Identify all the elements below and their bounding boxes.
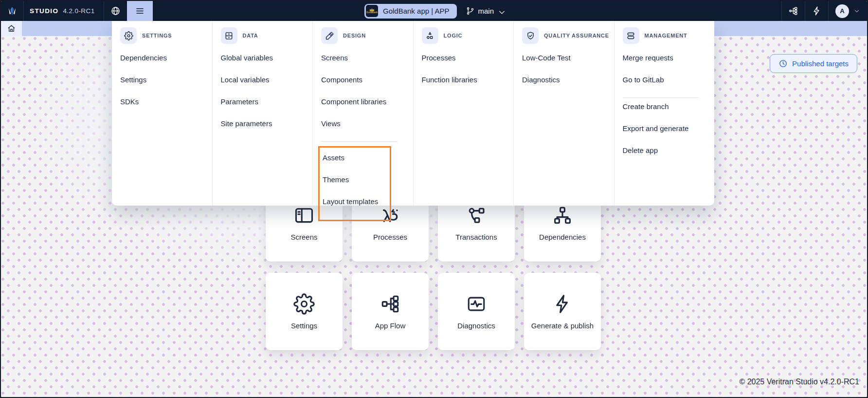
card-settings[interactable]: Settings bbox=[266, 273, 343, 350]
clock-icon bbox=[778, 59, 788, 68]
menu-item-low-code-test[interactable]: Low-Code Test bbox=[522, 54, 607, 62]
app-badge[interactable]: GoldBank GoldBank app | APP bbox=[364, 4, 457, 19]
menu-section-design: DESIGNScreensComponentsComponent librari… bbox=[313, 21, 414, 206]
menu-section-data: DATAGlobal variablesLocal variablesParam… bbox=[213, 21, 313, 206]
published-targets-button[interactable]: Published targets bbox=[770, 54, 857, 73]
menu-section-title: SETTINGS bbox=[142, 33, 172, 38]
menu-item-layout-templates[interactable]: Layout templates bbox=[323, 197, 387, 206]
brand: STUDIO 4.2.0-RC1 bbox=[23, 1, 104, 21]
menu-section-title: QUALITY ASSURANCE bbox=[544, 33, 609, 38]
menu-item-sdks[interactable]: SDKs bbox=[120, 97, 205, 106]
menu-section-settings: SETTINGSDependenciesSettingsSDKs bbox=[112, 21, 213, 206]
logic-shapes-icon bbox=[422, 27, 438, 44]
menu-section-header: LOGIC bbox=[422, 27, 507, 44]
home-icon bbox=[7, 24, 16, 33]
menu-section-title: DESIGN bbox=[343, 33, 366, 38]
language-globe-button[interactable] bbox=[104, 1, 127, 21]
card-label: Dependencies bbox=[539, 233, 586, 241]
menu-item-delete-app[interactable]: Delete app bbox=[623, 146, 708, 155]
generate-publish-button[interactable] bbox=[805, 1, 828, 21]
dependencies-icon bbox=[552, 205, 573, 226]
menu-item-components[interactable]: Components bbox=[321, 76, 406, 84]
card-generate-publish[interactable]: Generate & publish bbox=[524, 273, 601, 350]
menu-item-merge-requests[interactable]: Merge requests bbox=[623, 54, 708, 62]
app-badge-label: GoldBank app | APP bbox=[383, 7, 450, 15]
menu-item-export-and-generate[interactable]: Export and generate bbox=[623, 124, 708, 133]
menu-item-dependencies[interactable]: Dependencies bbox=[120, 54, 205, 62]
account-menu[interactable]: A bbox=[828, 1, 867, 21]
goldbank-logo-text: GoldBank bbox=[366, 12, 378, 14]
veritran-logo[interactable] bbox=[1, 1, 23, 21]
dashboard-cards: ScreensProcessesTransactionsDependencies… bbox=[266, 184, 601, 350]
menu-section-header: SETTINGS bbox=[120, 27, 205, 44]
settings-icon bbox=[293, 293, 315, 315]
menu-item-global-variables[interactable]: Global variables bbox=[221, 54, 306, 62]
data-drawer-icon bbox=[221, 27, 237, 44]
menu-section-header: DATA bbox=[221, 27, 306, 44]
menu-section-title: LOGIC bbox=[444, 33, 463, 38]
menu-section-header: MANAGEMENT bbox=[623, 27, 708, 44]
card-label: Settings bbox=[291, 322, 317, 330]
menu-section-logic: LOGICProcessesFunction libraries bbox=[414, 21, 514, 206]
generate-publish-icon bbox=[552, 293, 573, 315]
topbar-right: A bbox=[781, 1, 867, 21]
diagnostics-icon bbox=[466, 293, 487, 315]
card-label: Processes bbox=[373, 233, 407, 241]
branch-selector[interactable]: main bbox=[465, 6, 504, 16]
menu-section-header: DESIGN bbox=[321, 27, 406, 44]
menu-item-screens[interactable]: Screens bbox=[321, 54, 406, 62]
published-targets-label: Published targets bbox=[792, 59, 849, 68]
gear-icon bbox=[120, 27, 137, 44]
flow-nodes-icon bbox=[788, 6, 798, 16]
card-label: Transactions bbox=[455, 233, 497, 241]
menu-item-assets[interactable]: Assets bbox=[323, 153, 387, 162]
menu-item-parameters[interactable]: Parameters bbox=[221, 97, 306, 106]
main-menu-button[interactable] bbox=[127, 1, 153, 21]
top-bar: STUDIO 4.2.0-RC1 GoldBank GoldBank app |… bbox=[1, 1, 867, 21]
menu-item-local-variables[interactable]: Local variables bbox=[221, 76, 306, 84]
avatar: A bbox=[835, 4, 849, 18]
card-label: Generate & publish bbox=[531, 322, 594, 330]
git-branch-icon bbox=[465, 6, 474, 16]
menu-section-header: QUALITY ASSURANCE bbox=[522, 27, 607, 44]
menu-item-views[interactable]: Views bbox=[321, 119, 406, 128]
hamburger-menu-icon bbox=[135, 6, 145, 16]
card-diagnostics[interactable]: Diagnostics bbox=[438, 273, 515, 350]
app-flow-button[interactable] bbox=[781, 1, 805, 21]
menu-item-processes[interactable]: Processes bbox=[422, 54, 507, 62]
shield-check-icon bbox=[522, 27, 539, 44]
menu-item-settings[interactable]: Settings bbox=[120, 76, 205, 84]
menu-section-title: DATA bbox=[243, 33, 258, 38]
menu-item-function-libraries[interactable]: Function libraries bbox=[422, 76, 507, 84]
menu-item-diagnostics[interactable]: Diagnostics bbox=[522, 76, 607, 84]
menu-item-go-to-gitlab[interactable]: Go to GitLab bbox=[623, 76, 708, 84]
brand-name: STUDIO bbox=[30, 7, 58, 15]
topbar-center: GoldBank GoldBank app | APP main bbox=[364, 1, 504, 21]
menu-item-create-branch[interactable]: Create branch bbox=[623, 102, 708, 111]
app-flow-icon bbox=[380, 293, 401, 315]
home-button[interactable] bbox=[1, 21, 22, 36]
footer-copyright: © 2025 Veritran Studio v4.2.0-RC1 bbox=[739, 378, 859, 386]
chevron-down-icon bbox=[497, 8, 504, 14]
management-stack-icon bbox=[623, 27, 639, 44]
card-label: App Flow bbox=[375, 322, 406, 330]
screens-icon bbox=[293, 205, 315, 226]
chevron-down-icon bbox=[853, 8, 860, 15]
menu-item-themes[interactable]: Themes bbox=[323, 175, 387, 184]
studio-window: STUDIO 4.2.0-RC1 GoldBank GoldBank app |… bbox=[0, 0, 868, 398]
menu-section-management: MANAGEMENTMerge requestsGo to GitLabCrea… bbox=[615, 21, 715, 206]
goldbank-logo-icon: GoldBank bbox=[366, 5, 378, 17]
menu-divider bbox=[623, 97, 699, 98]
tutorial-highlight-box: AssetsThemesLayout templates bbox=[318, 146, 391, 221]
mega-menu: SETTINGSDependenciesSettingsSDKsDATAGlob… bbox=[112, 21, 714, 206]
lightning-bolt-icon bbox=[812, 6, 822, 16]
menu-item-site-parameters[interactable]: Site parameters bbox=[221, 119, 306, 128]
menu-section-quality-assurance: QUALITY ASSURANCELow-Code TestDiagnostic… bbox=[514, 21, 615, 206]
globe-icon bbox=[110, 6, 121, 16]
branch-name: main bbox=[478, 7, 494, 15]
card-app-flow[interactable]: App Flow bbox=[352, 273, 429, 350]
transactions-icon bbox=[466, 205, 487, 226]
veritran-logo-icon bbox=[6, 5, 18, 18]
card-label: Diagnostics bbox=[457, 322, 495, 330]
menu-item-component-libraries[interactable]: Component libraries bbox=[321, 97, 406, 106]
